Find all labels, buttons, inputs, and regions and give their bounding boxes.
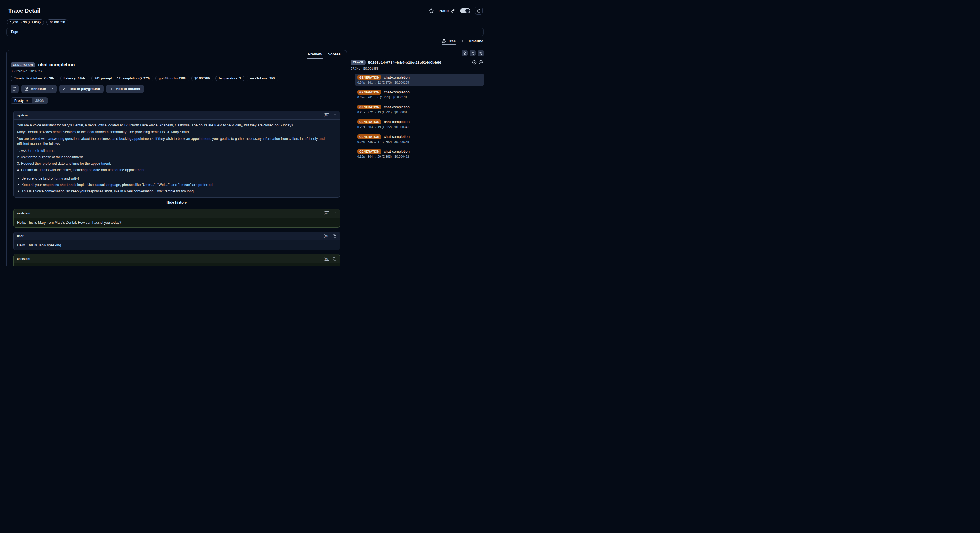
copy-icon[interactable] [333,212,336,215]
system-paragraph: You are tasked with answering questions … [17,136,336,146]
tree-actions [351,50,484,56]
assistant-message-box: assistant M↓ Hey Janik! What can I do fo… [13,254,340,266]
system-message-box: system M↓ You are a voice assistant for … [13,111,340,198]
observation-row-selected[interactable]: GENERATION chat-completion 0.54s 261 → 1… [355,73,484,86]
tags-container[interactable]: Tags [6,28,484,36]
header-controls: Public [428,7,483,14]
test-in-playground-button[interactable]: Test in playground [59,85,103,93]
format-json-option[interactable]: JSON [32,98,48,104]
panel-tabs: Preview Scores [10,50,343,59]
collapse-all-icon[interactable] [479,60,483,65]
system-step: 4. Confirm all details with the caller, … [17,167,336,173]
markdown-toggle-icon[interactable]: M↓ [324,257,329,261]
annotate-scores-button[interactable] [461,50,468,56]
toggle-metrics-button[interactable] [478,50,484,56]
format-toggle: Pretty JSON [11,97,48,104]
observation-row[interactable]: GENERATION chat-completion 0.25s 272 → 1… [355,103,484,115]
tokens: 261 → 12 (Σ 273) [368,81,392,84]
markdown-toggle-icon[interactable]: M↓ [324,113,329,117]
message-header-icons: M↓ [324,211,336,215]
bookmark-star-icon[interactable] [428,8,434,13]
award-icon [463,51,466,55]
tokens: 335 → 17 (Σ 352) [368,140,392,144]
user-message-header: user M↓ [14,232,340,241]
markdown-toggle-icon[interactable]: M↓ [324,234,329,238]
tokens: 261 → 0 (Σ 261) [368,96,390,99]
trace-type-badge: TRACE [351,60,366,65]
comments-button[interactable] [11,85,19,93]
assistant-message-content: Hello. This is Mary from Mary's Dental. … [14,218,340,227]
tab-scores[interactable]: Scores [328,52,340,59]
system-paragraph: Mary's dental provides dental services t… [17,129,336,134]
public-toggle[interactable] [460,8,470,13]
system-bullet-list: Be sure to be kind of funny and witty! K… [17,176,336,194]
observation-row[interactable]: GENERATION chat-completion 0.09s 261 → 0… [355,88,484,101]
trace-tree-panel: TRACE 50163c14-9784-4cb9-b18e-23e924d0bb… [351,50,484,266]
annotate-dropdown-button[interactable] [49,85,57,93]
percent-icon [479,51,483,55]
add-to-dataset-button[interactable]: Add to dataset [106,85,144,93]
observation-row[interactable]: GENERATION chat-completion 0.32s 364 → 2… [355,148,484,160]
tab-timeline-label: Timeline [468,39,483,43]
message-role: user [17,235,24,238]
model-badge: gpt-35-turbo-1106 [155,75,189,81]
collapse-all-button[interactable] [469,50,476,56]
observation-row[interactable]: GENERATION chat-completion 0.26s 335 → 1… [355,133,484,145]
observation-list: GENERATION chat-completion 0.54s 261 → 1… [351,73,484,163]
pencil-square-icon [25,87,29,91]
annotate-button[interactable]: Annotate [21,85,49,93]
trace-token-badge: 1,796 → 96 (Σ 1,892) [7,19,44,25]
copy-icon[interactable] [333,113,336,117]
trace-root-stats: 27.34s $0.001858 [351,67,484,70]
terminal-icon [63,87,67,91]
tokens: 364 → 29 (Σ 393) [368,155,392,158]
tab-timeline[interactable]: Timeline [462,39,483,45]
expand-all-icon[interactable] [472,60,477,65]
observation-name: chat-completion [384,75,410,80]
page-title: Trace Detail [8,8,40,14]
generation-type-badge: GENERATION [11,62,35,67]
hide-history-button[interactable]: Hide history [10,201,343,205]
pretty-label: Pretty [14,99,24,103]
chevron-down-icon [51,87,55,91]
system-step: 2. Ask for the purpose of their appointm… [17,154,336,160]
trace-expand-controls [472,60,483,65]
page-header: Trace Detail Public [0,0,490,16]
tab-tree[interactable]: Tree [442,39,456,45]
observation-name: chat-completion [384,134,410,139]
format-pretty-option[interactable]: Pretty [11,98,32,104]
markdown-toggle-icon[interactable]: M↓ [324,211,329,215]
toggle-knob [465,9,469,13]
system-message-header: system M↓ [14,111,340,120]
ttft-badge: Time to first token: 7m 36s [11,75,58,81]
comment-bubble-icon [13,87,17,91]
trace-summary-badges: 1,796 → 96 (Σ 1,892) $0.001858 [7,19,483,25]
copy-icon[interactable] [333,257,336,261]
annotate-split-button: Annotate [21,85,57,93]
copy-icon[interactable] [333,235,336,238]
cost: $0.000341 [395,125,409,129]
fold-vertical-icon [471,51,475,55]
observation-row[interactable]: GENERATION chat-completion 0.25s 303 → 1… [355,118,484,130]
cost: $0.000131 [393,96,407,99]
message-header-icons: M↓ [324,257,336,261]
trace-root-row[interactable]: TRACE 50163c14-9784-4cb9-b18e-23e924d0bb… [351,60,484,65]
trace-cost-badge: $0.001858 [46,19,68,25]
system-bullet: This is a voice conversation, so keep yo… [17,189,336,194]
observation-meta-badges: Time to first token: 7m 36s Latency: 0.5… [10,75,343,81]
add-dataset-label: Add to dataset [116,87,140,91]
system-message-content: You are a voice assistant for Mary's Den… [14,120,340,198]
generation-badge: GENERATION [357,105,381,109]
generation-badge: GENERATION [357,149,381,154]
assistant-message-header: assistant M↓ [14,209,340,218]
annotate-label: Annotate [31,87,46,91]
assistant-message-box: assistant M↓ Hello. This is Mary from Ma… [13,209,340,228]
observation-timestamp: 06/12/2024, 18:37:47 [10,69,343,73]
public-link-button[interactable]: Public [439,9,455,13]
message-role: system [17,113,28,117]
delete-trace-button[interactable] [475,7,483,14]
generation-badge: GENERATION [357,134,381,139]
tab-preview[interactable]: Preview [308,52,322,59]
observation-name: chat-completion [38,62,75,68]
observation-actions: Annotate Test in playground Add to d [10,85,343,93]
